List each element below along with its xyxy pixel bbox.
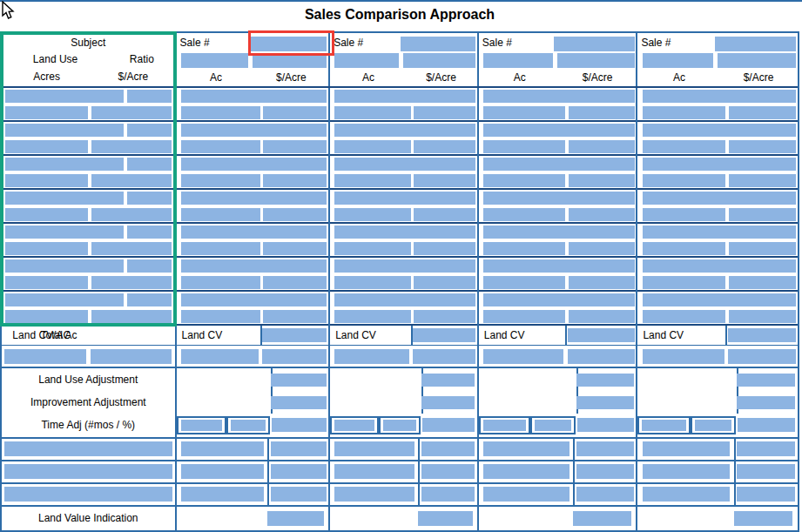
sale-land-use-cell[interactable] (643, 226, 796, 239)
sale-info-cell-left[interactable] (643, 53, 713, 68)
sale-price-per-acre-cell[interactable] (729, 106, 796, 119)
subject-land-use-cell[interactable] (5, 259, 124, 273)
sale-price-per-acre-cell[interactable] (569, 310, 635, 323)
subject-ratio-cell[interactable] (127, 158, 172, 171)
land-use-adjustment-cell[interactable] (576, 374, 634, 387)
sale-land-use-cell[interactable] (181, 226, 327, 239)
blank-row-cell-left[interactable] (483, 441, 569, 456)
subject-land-use-cell[interactable] (5, 158, 124, 171)
sale-land-use-cell[interactable] (181, 124, 327, 137)
sale-price-per-acre-cell[interactable] (263, 140, 327, 153)
sale-land-use-cell[interactable] (181, 90, 327, 103)
sale-acres-cell[interactable] (483, 242, 565, 255)
sale-info-cell-right[interactable] (718, 53, 796, 68)
improvement-adjustment-cell[interactable] (737, 396, 795, 409)
subject-ratio-cell[interactable] (127, 124, 172, 137)
sale-price-per-acre-cell[interactable] (569, 106, 635, 119)
blank-row-cell-left[interactable] (334, 441, 414, 456)
subject-ratio-cell[interactable] (127, 90, 172, 103)
sale-acres-cell[interactable] (334, 140, 411, 153)
sale-price-per-acre-cell[interactable] (263, 242, 327, 255)
time-adj-percent-cell[interactable] (383, 420, 416, 431)
sale-land-use-cell[interactable] (483, 226, 634, 239)
sale-price-per-acre-cell[interactable] (263, 310, 327, 323)
sale-price-per-acre-cell[interactable] (263, 276, 327, 289)
sale-acres-cell[interactable] (483, 174, 565, 187)
sale-price-per-acre-cell[interactable] (729, 174, 796, 187)
blank-row-cell-right[interactable] (421, 441, 475, 456)
sale-info-cell-right[interactable] (557, 53, 634, 68)
improvement-adjustment-cell[interactable] (576, 396, 634, 409)
subject-land-use-cell[interactable] (5, 90, 124, 103)
subject-price-per-acre-cell[interactable] (91, 208, 171, 221)
sale-acres-cell[interactable] (334, 174, 411, 187)
sale-price-per-acre-cell[interactable] (569, 276, 635, 289)
subject-acres-cell[interactable] (5, 276, 88, 289)
sale-price-per-acre-cell[interactable] (569, 208, 635, 221)
sale-land-use-cell[interactable] (334, 158, 475, 171)
sale-acres-cell[interactable] (643, 208, 725, 221)
sale-price-per-acre-cell[interactable] (414, 106, 475, 119)
time-adj-percent-cell[interactable] (231, 420, 266, 431)
sale-land-use-cell[interactable] (181, 192, 327, 205)
subject-ratio-cell[interactable] (127, 259, 172, 273)
time-adj-months-cell[interactable] (483, 420, 527, 431)
sale-acres-cell[interactable] (181, 106, 260, 119)
time-adj-months-cell[interactable] (181, 420, 223, 431)
subject-land-use-cell[interactable] (5, 293, 124, 306)
sale-land-use-cell[interactable] (483, 192, 634, 205)
sale-price-per-acre-cell[interactable] (729, 140, 796, 153)
subject-total-ac-cell[interactable] (4, 349, 86, 364)
improvement-adjustment-cell[interactable] (421, 396, 475, 409)
blank-row-bar[interactable] (4, 464, 172, 479)
sale-total-ac-cell[interactable] (643, 349, 724, 364)
sale-total-ac-cell[interactable] (334, 349, 409, 364)
sale-acres-cell[interactable] (483, 140, 565, 153)
sale-land-use-cell[interactable] (334, 293, 475, 306)
time-adj-value-cell[interactable] (577, 418, 634, 432)
sale-land-use-cell[interactable] (181, 158, 327, 171)
blank-row-cell-right[interactable] (576, 441, 634, 456)
sale-land-use-cell[interactable] (181, 293, 327, 306)
sale-info-cell-left[interactable] (181, 53, 248, 68)
blank-row-cell-right[interactable] (271, 441, 327, 456)
sale-acres-cell[interactable] (483, 310, 565, 323)
blank-row-cell-right[interactable] (737, 464, 795, 479)
subject-price-per-acre-cell[interactable] (91, 242, 171, 255)
sale-land-use-cell[interactable] (643, 90, 796, 103)
subject-acres-cell[interactable] (5, 174, 88, 187)
sale-price-per-acre-cell[interactable] (569, 140, 635, 153)
blank-row-cell-right[interactable] (421, 487, 475, 502)
sale-acres-cell[interactable] (483, 276, 565, 289)
subject-land-cv-ac-cell[interactable] (91, 349, 171, 364)
sale-land-use-cell[interactable] (334, 192, 475, 205)
sale-land-use-cell[interactable] (643, 124, 796, 137)
subject-acres-cell[interactable] (5, 106, 88, 119)
sale-price-per-acre-cell[interactable] (569, 242, 635, 255)
sale-price-per-acre-cell[interactable] (263, 208, 327, 221)
sale-acres-cell[interactable] (181, 242, 260, 255)
sale-land-use-cell[interactable] (483, 158, 634, 171)
sale-number-cell[interactable] (401, 37, 475, 51)
sale-acres-cell[interactable] (334, 276, 411, 289)
sale-price-per-acre-cell[interactable] (729, 208, 796, 221)
blank-row-cell-left[interactable] (334, 487, 414, 502)
blank-row-cell-right[interactable] (737, 487, 795, 502)
sale-price-per-acre-cell[interactable] (414, 208, 475, 221)
sale-price-per-acre-cell[interactable] (729, 310, 796, 323)
land-use-adjustment-cell[interactable] (421, 374, 475, 387)
sale-number-cell[interactable] (249, 37, 327, 51)
sale-land-use-cell[interactable] (483, 293, 634, 306)
sale-land-use-cell[interactable] (643, 158, 796, 171)
sale-land-use-cell[interactable] (181, 259, 327, 273)
blank-row-cell-right[interactable] (737, 441, 795, 456)
time-adj-percent-cell[interactable] (695, 420, 731, 431)
blank-row-cell-left[interactable] (483, 464, 569, 479)
sale-number-cell[interactable] (554, 37, 634, 51)
subject-land-use-cell[interactable] (5, 124, 124, 137)
land-value-indication-cell[interactable] (573, 511, 631, 526)
blank-row-cell-left[interactable] (181, 441, 264, 456)
sale-acres-cell[interactable] (181, 276, 260, 289)
sale-land-use-cell[interactable] (334, 259, 475, 273)
blank-row-cell-left[interactable] (181, 487, 264, 502)
